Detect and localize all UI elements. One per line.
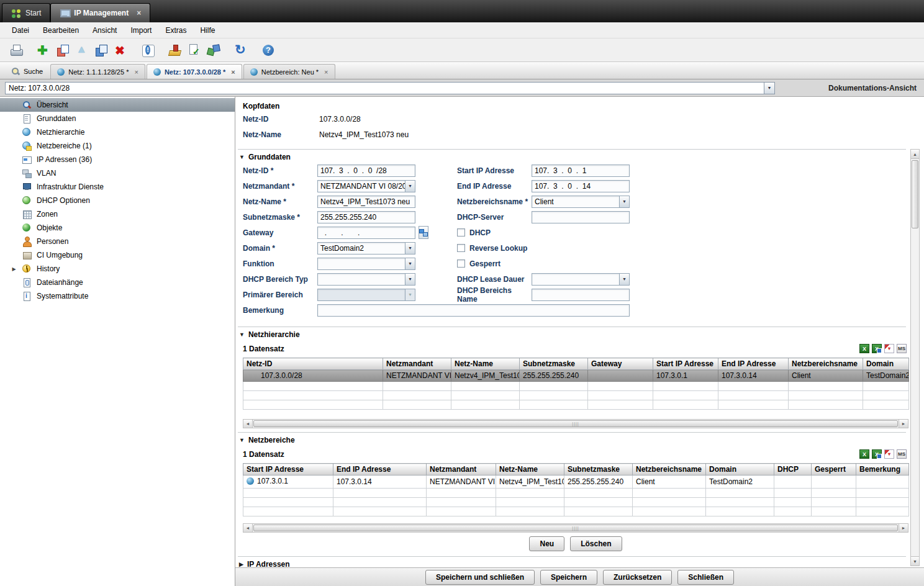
- zuruecksetzen-button[interactable]: Zurücksetzen: [603, 570, 672, 585]
- close-icon[interactable]: ×: [231, 68, 235, 76]
- end-ip-input[interactable]: [532, 180, 630, 192]
- ms-export-icon[interactable]: MS: [897, 449, 907, 459]
- column-header-netz-name[interactable]: Netz-Name: [496, 464, 564, 476]
- window-tab-start[interactable]: Start: [2, 3, 50, 22]
- chevron-down-icon[interactable]: ▼: [405, 242, 415, 255]
- column-header-end-ip[interactable]: End IP Adresse: [333, 464, 427, 476]
- gateway-input[interactable]: [317, 227, 415, 239]
- menu-import[interactable]: Import: [124, 24, 158, 37]
- menu-bearbeiten[interactable]: Bearbeiten: [36, 24, 86, 37]
- chevron-down-icon[interactable]: ▼: [405, 180, 415, 192]
- info-button[interactable]: [139, 42, 156, 59]
- dhcp-bereich-typ-select[interactable]: ▼: [317, 273, 415, 286]
- menu-ansicht[interactable]: Ansicht: [86, 24, 124, 37]
- add-button[interactable]: [35, 42, 52, 59]
- sidebar-item-netzbereiche[interactable]: Netzbereiche (1): [0, 139, 235, 153]
- chevron-down-icon[interactable]: ▼: [405, 258, 415, 270]
- gesperrt-checkbox[interactable]: [457, 259, 465, 268]
- chevron-down-icon[interactable]: ▼: [619, 196, 630, 208]
- tab-suche[interactable]: Suche: [5, 64, 49, 79]
- column-header-end-ip[interactable]: End IP Adresse: [718, 358, 789, 370]
- column-header-netz-id[interactable]: Netz-ID: [243, 358, 383, 370]
- stamp-button[interactable]: [166, 42, 184, 59]
- refresh-button[interactable]: [232, 42, 250, 59]
- excel-selection-export-icon[interactable]: X: [872, 344, 882, 353]
- domain-select[interactable]: TestDomain2 ▼: [317, 242, 415, 255]
- scrollbar-thumb[interactable]: ||||: [253, 525, 898, 531]
- table-row-empty[interactable]: [243, 400, 909, 410]
- netzmandant-select[interactable]: NETZMANDANT VI 08/2014 ▼: [317, 180, 415, 192]
- sidebar-item-ip-adressen[interactable]: IP Adressen (36): [0, 153, 235, 166]
- delete-button[interactable]: [112, 42, 129, 59]
- start-ip-input[interactable]: [532, 165, 630, 177]
- loeschen-button[interactable]: Löschen: [570, 536, 622, 551]
- section-netzbereiche-header[interactable]: ▼ Netzbereiche: [239, 436, 295, 444]
- sidebar-item-grunddaten[interactable]: Grunddaten: [0, 112, 235, 125]
- bemerkung-input[interactable]: [317, 304, 630, 317]
- column-header-start-ip[interactable]: Start IP Adresse: [653, 358, 718, 370]
- section-grunddaten-header[interactable]: ▼ Grunddaten: [239, 153, 291, 161]
- validate-document-button[interactable]: [186, 42, 203, 59]
- scroll-right-icon[interactable]: ►: [899, 524, 908, 532]
- excel-export-icon[interactable]: X: [859, 449, 869, 459]
- window-tab-ip-management[interactable]: IP Management ×: [50, 3, 150, 22]
- table-row-empty[interactable]: [243, 507, 909, 516]
- sidebar-item-uebersicht[interactable]: Übersicht: [0, 98, 235, 112]
- copy-button[interactable]: [54, 42, 71, 59]
- column-header-subnetzmaske[interactable]: Subnetzmaske: [564, 464, 633, 476]
- scroll-left-icon[interactable]: ◄: [243, 420, 253, 428]
- column-header-domain[interactable]: Domain: [706, 464, 774, 476]
- excel-selection-export-icon[interactable]: X: [872, 449, 882, 459]
- sidebar-item-vlan[interactable]: VLAN: [0, 166, 235, 180]
- netzhierarchie-horizontal-scrollbar[interactable]: ◄ |||| ►: [243, 419, 908, 428]
- speichern-und-schliessen-button[interactable]: Speichern und schließen: [425, 570, 535, 585]
- dhcp-lease-dauer-select[interactable]: ▼: [532, 273, 630, 286]
- speichern-button[interactable]: Speichern: [540, 570, 597, 585]
- scrollbar-thumb[interactable]: [912, 160, 918, 228]
- neu-button[interactable]: Neu: [529, 536, 564, 551]
- netzbereiche-horizontal-scrollbar[interactable]: ◄ |||| ►: [243, 523, 908, 533]
- scroll-left-icon[interactable]: ◄: [243, 524, 253, 532]
- pdf-export-icon[interactable]: [884, 449, 894, 459]
- column-header-netzbereichsname[interactable]: Netzbereichsname: [789, 358, 863, 370]
- sidebar-item-objekte[interactable]: Objekte: [0, 221, 235, 235]
- move-up-button[interactable]: [73, 42, 91, 59]
- tab-netz-107-3-0-0[interactable]: Netz: 107.3.0.0/28 * ×: [147, 64, 242, 79]
- column-header-netzbereichsname[interactable]: Netzbereichsname: [633, 464, 706, 476]
- menu-extras[interactable]: Extras: [158, 24, 193, 37]
- dhcp-server-input[interactable]: [532, 211, 630, 223]
- scroll-right-icon[interactable]: ►: [899, 420, 908, 428]
- table-row[interactable]: 107.3.0.1 107.3.0.14 NETZMANDANT VI 08/2…: [243, 476, 909, 489]
- sidebar-item-personen[interactable]: Personen: [0, 235, 235, 248]
- chevron-down-icon[interactable]: ▼: [619, 273, 630, 286]
- column-header-gateway[interactable]: Gateway: [588, 358, 653, 370]
- netz-id-input[interactable]: [317, 165, 415, 177]
- column-header-netz-name[interactable]: Netz-Name: [451, 358, 520, 370]
- scrollbar-thumb[interactable]: ||||: [253, 420, 898, 427]
- table-row-empty[interactable]: [243, 498, 909, 507]
- sidebar-item-dateianhaenge[interactable]: Dateianhänge: [0, 276, 235, 289]
- sidebar-item-zonen[interactable]: Zonen: [0, 207, 235, 221]
- close-icon[interactable]: ×: [137, 10, 141, 16]
- menu-hilfe[interactable]: Hilfe: [193, 24, 222, 37]
- table-row[interactable]: 107.3.0.0/28 NETZMANDANT VI 08/2014 Netz…: [243, 370, 909, 382]
- table-row-empty[interactable]: [243, 489, 909, 498]
- table-row-empty[interactable]: [243, 391, 909, 400]
- column-header-bemerkung[interactable]: Bemerkung: [856, 464, 909, 476]
- table-row-empty[interactable]: [243, 382, 909, 391]
- sidebar-item-history[interactable]: ▶ History: [0, 262, 235, 276]
- sidebar-item-netzhierarchie[interactable]: Netzhierarchie: [0, 125, 235, 139]
- sidebar-item-ci-umgebung[interactable]: CI Umgebung: [0, 248, 235, 262]
- column-header-domain[interactable]: Domain: [863, 358, 909, 370]
- ms-export-icon[interactable]: MS: [897, 344, 907, 353]
- help-button[interactable]: [260, 42, 277, 59]
- close-icon[interactable]: ×: [134, 68, 138, 76]
- scroll-up-icon[interactable]: ▲: [911, 150, 919, 159]
- section-netzhierarchie-header[interactable]: ▼ Netzhierarchie: [239, 330, 300, 339]
- funktion-select[interactable]: ▼: [317, 258, 415, 270]
- subnetzmaske-input[interactable]: [317, 211, 415, 223]
- netz-name-input[interactable]: [317, 196, 415, 208]
- tab-netz-1-1-1-128[interactable]: Netz: 1.1.1.128/25 * ×: [50, 64, 145, 79]
- sidebar-item-dhcp-optionen[interactable]: DHCP Optionen: [0, 194, 235, 207]
- dhcp-checkbox[interactable]: [457, 228, 465, 237]
